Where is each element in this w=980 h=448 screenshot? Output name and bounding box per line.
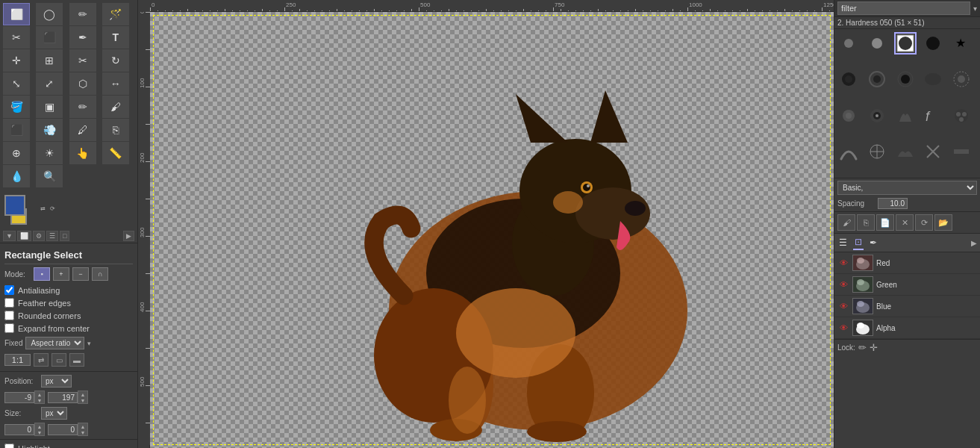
- brush-item-10[interactable]: [837, 105, 860, 127]
- lock-position-btn[interactable]: ✛: [870, 342, 878, 353]
- brush-item-18[interactable]: [922, 140, 944, 163]
- perspective-tool[interactable]: ⬡: [69, 72, 96, 95]
- paths-icon[interactable]: ✒: [868, 236, 878, 249]
- position-x-up[interactable]: ▲: [35, 391, 44, 397]
- brush-item-14[interactable]: [950, 105, 973, 127]
- zoom-tool[interactable]: 🔍: [36, 165, 63, 187]
- size-h-down[interactable]: ▼: [78, 429, 87, 435]
- rotate-tool[interactable]: ↻: [102, 49, 129, 72]
- brush-item-19[interactable]: [950, 140, 973, 163]
- lock-paint-btn[interactable]: ✏: [858, 342, 867, 353]
- rounded-corners-checkbox[interactable]: [4, 311, 14, 320]
- mode-add-btn[interactable]: +: [53, 267, 69, 281]
- tool-options-expand-btn[interactable]: ▼: [3, 231, 16, 241]
- mode-replace-btn[interactable]: ▪: [34, 267, 50, 281]
- move-tool[interactable]: ✛: [3, 49, 30, 72]
- brush-item-7[interactable]: [894, 68, 917, 90]
- brush-item-17[interactable]: [894, 140, 917, 163]
- pencil-tool[interactable]: ✏: [69, 96, 96, 118]
- brush-item-5[interactable]: [837, 68, 860, 90]
- position-unit-select[interactable]: px % mm: [41, 375, 72, 388]
- align-tool[interactable]: ⊞: [36, 49, 63, 72]
- position-y-up[interactable]: ▲: [78, 391, 87, 397]
- brush-item-1[interactable]: [837, 32, 860, 55]
- heal-tool[interactable]: ⊕: [3, 142, 30, 164]
- brush-item-16[interactable]: [866, 140, 888, 163]
- crop-tool[interactable]: ✂: [69, 49, 96, 72]
- brush-refresh-btn[interactable]: ⟳: [915, 214, 933, 231]
- position-y-input[interactable]: [48, 392, 78, 403]
- brush-item-8[interactable]: [922, 68, 944, 90]
- position-x-input[interactable]: [4, 392, 34, 403]
- filter-input[interactable]: [837, 1, 970, 15]
- feather-edges-checkbox[interactable]: [4, 298, 14, 308]
- free-select-tool[interactable]: ✏: [69, 3, 96, 25]
- channel-alpha-visibility[interactable]: 👁: [837, 323, 849, 332]
- brush-item-star[interactable]: ★: [950, 32, 973, 55]
- text-tool[interactable]: T: [102, 26, 129, 49]
- channel-alpha-row[interactable]: 👁 Alpha: [834, 317, 980, 339]
- foreground-color[interactable]: [4, 195, 25, 216]
- size-unit-select[interactable]: px %: [41, 407, 67, 420]
- expand-from-center-checkbox[interactable]: [4, 323, 14, 333]
- scale-tool[interactable]: ⤡: [3, 72, 30, 95]
- brush-delete-btn[interactable]: ✕: [896, 214, 914, 231]
- brush-new-btn[interactable]: 📄: [876, 214, 894, 231]
- foreground-select-tool[interactable]: ⬛: [36, 26, 63, 49]
- channel-blue-row[interactable]: 👁 Blue: [834, 296, 980, 317]
- color-picker-tool[interactable]: 💧: [3, 165, 30, 187]
- size-w-down[interactable]: ▼: [35, 429, 44, 435]
- size-w-up[interactable]: ▲: [35, 423, 44, 429]
- ratio-landscape-btn[interactable]: ▬: [69, 353, 84, 367]
- size-w-input[interactable]: [4, 424, 34, 435]
- bucket-fill-tool[interactable]: 🪣: [3, 96, 30, 118]
- channel-green-visibility[interactable]: 👁: [837, 280, 849, 289]
- channel-green-row[interactable]: 👁 Green: [834, 274, 980, 296]
- shear-tool[interactable]: ⤢: [36, 72, 63, 95]
- brush-item-15[interactable]: [837, 140, 860, 163]
- airbrush-tool[interactable]: 💨: [36, 119, 63, 141]
- ratio-swap-btn[interactable]: ⇄: [34, 353, 49, 367]
- tool-options-config-btn[interactable]: ▶: [123, 231, 134, 241]
- channel-red-row[interactable]: 👁 Red: [834, 252, 980, 274]
- brush-item-11[interactable]: [866, 105, 888, 127]
- canvas-viewport[interactable]: [150, 12, 834, 448]
- scissors-select-tool[interactable]: ✂: [3, 26, 30, 49]
- layers-config-btn[interactable]: ▶: [971, 239, 977, 247]
- mode-subtract-btn[interactable]: −: [72, 267, 89, 281]
- ink-tool[interactable]: 🖊: [69, 119, 96, 141]
- flip-tool[interactable]: ↔: [102, 72, 129, 95]
- ratio-portrait-btn[interactable]: ▭: [52, 353, 66, 367]
- dodge-burn-tool[interactable]: ☀: [36, 142, 63, 164]
- channel-blue-visibility[interactable]: 👁: [837, 302, 849, 311]
- layers-icon[interactable]: ☰: [837, 236, 849, 249]
- preset-select[interactable]: Basic, Sketch Texture: [837, 181, 977, 195]
- tool-options-tab2[interactable]: ⚙: [33, 231, 45, 241]
- rect-select-tool[interactable]: ⬜: [3, 3, 30, 25]
- measure-tool[interactable]: 📏: [102, 142, 129, 164]
- antialiasing-checkbox[interactable]: [4, 285, 14, 295]
- brush-item-3[interactable]: [894, 32, 917, 55]
- paintbrush-tool[interactable]: 🖌: [102, 96, 129, 118]
- size-h-input[interactable]: [48, 424, 78, 435]
- tool-options-tab1[interactable]: ⬜: [17, 231, 31, 241]
- highlight-checkbox[interactable]: [4, 444, 14, 448]
- brush-item-6[interactable]: [866, 68, 888, 90]
- smudge-tool[interactable]: 👆: [69, 142, 96, 164]
- mode-intersect-btn[interactable]: ∩: [92, 267, 108, 281]
- tool-options-tab3[interactable]: ☰: [46, 231, 58, 241]
- brush-item-13[interactable]: f: [922, 105, 944, 127]
- clone-tool[interactable]: ⎘: [102, 119, 129, 141]
- brush-folder-btn[interactable]: 📂: [934, 214, 952, 231]
- fuzzy-select-tool[interactable]: 🪄: [102, 3, 129, 25]
- brush-item-9[interactable]: [950, 68, 973, 90]
- position-y-down[interactable]: ▼: [78, 397, 87, 403]
- channels-icon[interactable]: ⊡: [853, 235, 864, 250]
- brush-item-4[interactable]: [922, 32, 944, 55]
- brush-item-2[interactable]: [866, 32, 888, 55]
- brush-duplicate-btn[interactable]: ⎘: [857, 214, 875, 231]
- spacing-input[interactable]: [878, 198, 908, 209]
- eraser-tool[interactable]: ⬛: [3, 119, 30, 141]
- fixed-select[interactable]: Aspect ratio Width Height Size: [25, 337, 84, 349]
- size-h-up[interactable]: ▲: [78, 423, 87, 429]
